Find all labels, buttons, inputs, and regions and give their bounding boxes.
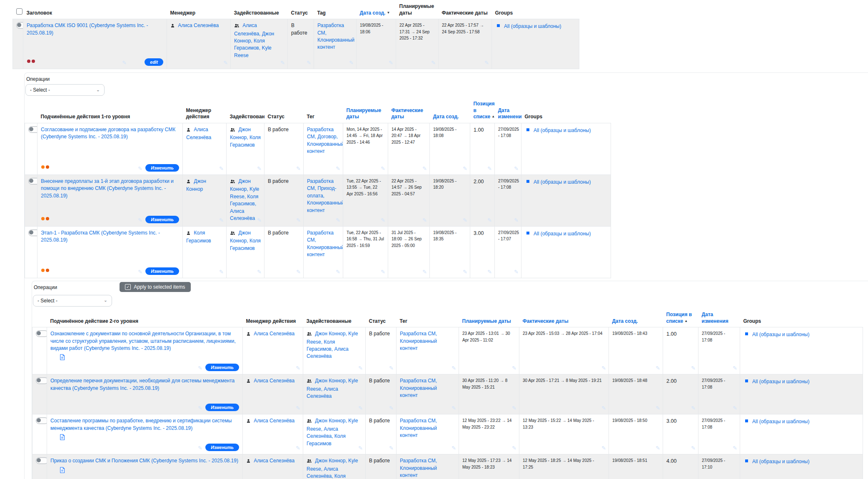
pencil-icon[interactable]: ✎ — [219, 165, 224, 173]
pencil-icon[interactable]: ✎ — [487, 217, 492, 225]
document-icon[interactable] — [60, 467, 65, 475]
pencil-icon[interactable]: ✎ — [601, 444, 606, 452]
edit-button[interactable]: Изменить — [205, 444, 239, 451]
row-toggle[interactable] — [28, 126, 37, 133]
pencil-icon[interactable]: ✎ — [307, 59, 311, 67]
tag-links[interactable]: Разработка СМ, Договор, Клонированный ко… — [307, 127, 343, 154]
pencil-icon[interactable]: ✎ — [601, 364, 606, 372]
col-header-created-sort[interactable]: Дата созд. — [430, 99, 470, 123]
involved-links[interactable]: Джон Коннор, Kyle Reese, Алиса Селезнёва… — [307, 418, 358, 446]
manager-link[interactable]: Алиса Селезнёва — [254, 418, 294, 424]
pencil-icon[interactable]: ✎ — [422, 216, 427, 225]
tag-links[interactable]: Разработка СМ, Клонированный контент — [400, 378, 437, 398]
pencil-icon[interactable]: ✎ — [389, 404, 394, 412]
pencil-icon[interactable]: ✎ — [463, 216, 467, 225]
edit-button[interactable]: Изменить — [145, 216, 179, 223]
pencil-icon[interactable]: ✎ — [122, 59, 127, 67]
tag-links[interactable]: Разработка СМ, Клонированный контент — [400, 458, 437, 478]
pencil-icon[interactable]: ✎ — [336, 217, 340, 225]
pencil-icon[interactable]: ✎ — [422, 165, 427, 173]
col-header-planned-sort[interactable]: Планируемые даты — [343, 99, 388, 123]
pencil-icon[interactable]: ✎ — [691, 404, 696, 412]
col-header-modified-sort[interactable]: Дата изменения — [698, 310, 740, 327]
pencil-icon[interactable]: ✎ — [296, 404, 300, 412]
pencil-icon[interactable]: ✎ — [296, 165, 301, 173]
tag-links[interactable]: Разработка СМ, Клонированный контент — [317, 22, 354, 50]
pencil-icon[interactable]: ✎ — [219, 217, 224, 225]
pencil-icon[interactable]: ✎ — [138, 268, 142, 276]
operations-select[interactable]: - Select - ⌄ — [33, 295, 112, 307]
col-header-planned-sort[interactable]: Планируемые даты — [459, 310, 519, 327]
pencil-icon[interactable]: ✎ — [514, 216, 519, 225]
col-header-position-sort[interactable]: Позиция в списке▲ — [663, 310, 698, 327]
pencil-icon[interactable]: ✎ — [512, 404, 516, 412]
row-toggle[interactable] — [16, 22, 23, 29]
col-header-position-sort[interactable]: Позиция в списке▲ — [470, 99, 495, 123]
tag-links[interactable]: Разработка СМ, Клонированный контент — [400, 331, 437, 351]
pencil-icon[interactable]: ✎ — [733, 364, 737, 372]
row-toggle[interactable] — [36, 417, 47, 424]
pencil-icon[interactable]: ✎ — [336, 165, 340, 173]
pencil-icon[interactable]: ✎ — [296, 444, 300, 452]
edit-button[interactable]: edit — [145, 58, 163, 66]
pencil-icon[interactable]: ✎ — [389, 444, 394, 452]
pencil-icon[interactable]: ✎ — [512, 364, 516, 372]
pencil-icon[interactable]: ✎ — [463, 268, 467, 276]
pencil-icon[interactable]: ✎ — [358, 404, 363, 412]
pencil-icon[interactable]: ✎ — [431, 59, 436, 67]
involved-links[interactable]: Джон Коннор, Kyle Reese, Алиса Селезнёва — [307, 378, 358, 399]
col-header-created-sort[interactable]: Дата созд.▼ — [357, 2, 396, 19]
pencil-icon[interactable]: ✎ — [358, 364, 363, 372]
pencil-icon[interactable]: ✎ — [514, 165, 519, 173]
pencil-icon[interactable]: ✎ — [296, 268, 301, 276]
pencil-icon[interactable]: ✎ — [733, 404, 737, 412]
pencil-icon[interactable]: ✎ — [138, 165, 142, 173]
pencil-icon[interactable]: ✎ — [487, 268, 492, 276]
pencil-icon[interactable]: ✎ — [381, 165, 385, 173]
pencil-icon[interactable]: ✎ — [198, 364, 202, 372]
manager-link[interactable]: Алиса Селезнёва — [254, 458, 294, 464]
pencil-icon[interactable]: ✎ — [296, 217, 301, 225]
pencil-icon[interactable]: ✎ — [257, 268, 262, 276]
pencil-icon[interactable]: ✎ — [280, 59, 285, 67]
document-icon[interactable] — [60, 434, 65, 442]
pencil-icon[interactable]: ✎ — [422, 268, 427, 276]
pencil-icon[interactable]: ✎ — [451, 444, 456, 452]
pencil-icon[interactable]: ✎ — [691, 364, 696, 372]
action-title-link[interactable]: Ознакомление с документами по основной д… — [50, 331, 236, 351]
pencil-icon[interactable]: ✎ — [381, 216, 385, 225]
action-title-link[interactable]: Внесение предоплаты за 1-й этап договора… — [41, 178, 174, 199]
pencil-icon[interactable]: ✎ — [451, 404, 456, 412]
row-toggle[interactable] — [36, 457, 47, 464]
action-title-link[interactable]: Согласование и подписание договора на ра… — [41, 127, 175, 140]
involved-links[interactable]: Алиса Селезнёва, Джон Коннор, Коля Герас… — [234, 22, 274, 58]
pencil-icon[interactable]: ✎ — [514, 268, 519, 276]
edit-button[interactable]: Изменить — [205, 364, 239, 371]
manager-link[interactable]: Алиса Селезнёва — [254, 331, 294, 337]
action-title-link[interactable]: Этап-1 - Разработка СМК (Cyberdyne Syste… — [41, 230, 160, 243]
involved-links[interactable]: Джон Коннор, Kyle Reese, Коля Герасимов,… — [307, 331, 358, 359]
row-toggle[interactable] — [28, 178, 37, 185]
pencil-icon[interactable]: ✎ — [656, 404, 660, 412]
tag-links[interactable]: Разработка СМ, Клонированный контент — [307, 230, 343, 257]
pencil-icon[interactable]: ✎ — [451, 364, 456, 372]
pencil-icon[interactable]: ✎ — [381, 268, 385, 276]
pencil-icon[interactable]: ✎ — [296, 364, 300, 372]
pencil-icon[interactable]: ✎ — [389, 59, 393, 67]
row-toggle[interactable] — [36, 330, 47, 337]
group-link[interactable]: All (образцы и шаблоны) — [752, 459, 810, 464]
pencil-icon[interactable]: ✎ — [198, 404, 202, 412]
parent-action-title-link[interactable]: Разработка СМК ISO 9001 (Cyberdyne Syste… — [27, 22, 148, 35]
group-link[interactable]: All (образцы и шаблоны) — [534, 179, 591, 185]
select-all-checkbox[interactable] — [16, 8, 22, 15]
pencil-icon[interactable]: ✎ — [257, 217, 262, 225]
pencil-icon[interactable]: ✎ — [691, 444, 696, 452]
pencil-icon[interactable]: ✎ — [463, 165, 467, 173]
row-toggle[interactable] — [28, 230, 37, 236]
involved-links[interactable]: Джон Коннор, Kyle Reese, Алиса Селезнёва… — [307, 458, 358, 479]
pencil-icon[interactable]: ✎ — [358, 444, 363, 452]
pencil-icon[interactable]: ✎ — [512, 444, 516, 452]
edit-button[interactable]: Изменить — [145, 164, 179, 172]
action-title-link[interactable]: Определение перечня документации, необхо… — [50, 378, 234, 391]
group-link[interactable]: All (образцы и шаблоны) — [752, 419, 810, 424]
